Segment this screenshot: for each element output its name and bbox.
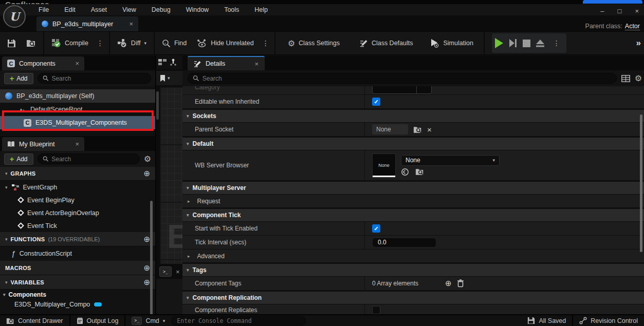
stop-icon[interactable] <box>523 40 530 47</box>
toolbar-overflow-icon[interactable]: » <box>636 38 641 48</box>
tab-my-blueprint[interactable]: My Blueprint × <box>2 137 84 151</box>
tags-section-header[interactable]: ▾ Tags <box>182 264 644 277</box>
strip-scrollbar[interactable] <box>156 91 159 120</box>
my-blueprint-search-input[interactable] <box>51 156 134 163</box>
menu-help[interactable]: Help <box>247 5 275 14</box>
components-search[interactable] <box>38 73 151 84</box>
event-graph-item[interactable]: ▾ EventGraph <box>0 181 155 194</box>
eject-icon[interactable] <box>536 39 545 48</box>
play-icon[interactable] <box>495 38 503 48</box>
add-function-icon[interactable]: ⊕ <box>143 235 150 244</box>
wb-asset-dropdown[interactable]: None ▾ <box>401 155 500 166</box>
menu-file[interactable]: File <box>31 5 57 14</box>
console-command-field[interactable] <box>171 316 306 325</box>
output-log-button[interactable]: Output Log <box>70 315 125 326</box>
chevron-right-icon[interactable]: ▸ <box>188 199 190 204</box>
clear-socket-icon[interactable]: × <box>427 125 432 134</box>
filter-gear-icon[interactable]: ⚙ <box>144 154 151 164</box>
browse-asset-button[interactable] <box>21 32 41 54</box>
add-variable-icon[interactable]: ⊕ <box>143 278 150 287</box>
my-blueprint-add-button[interactable]: + Add <box>4 154 33 165</box>
asset-tab-close-icon[interactable]: × <box>129 20 133 28</box>
compile-options-kebab-icon[interactable]: ⋮ <box>94 39 107 47</box>
tree-item-scene-root[interactable]: DefaultSceneRoot <box>0 103 155 116</box>
default-section-header[interactable]: ▾ Default <box>182 138 644 150</box>
browse-socket-icon[interactable] <box>413 126 422 133</box>
components-tab-close-icon[interactable]: × <box>75 60 79 67</box>
asset-tab[interactable]: BP_e3ds_multiplayer × <box>36 16 138 31</box>
my-blueprint-scrollbar[interactable] <box>150 201 153 316</box>
start-with-tick-checkbox[interactable]: ✓ <box>372 224 380 233</box>
macros-section-header[interactable]: MACROS ⊕ <box>0 261 155 275</box>
console-command-input[interactable] <box>177 317 305 324</box>
tick-interval-input[interactable]: 0.0 <box>372 238 436 247</box>
request-row[interactable]: ▸ Request <box>182 195 644 208</box>
close-icon[interactable]: × <box>176 268 180 276</box>
multiplayer-server-section-header[interactable]: ▾ Multiplayer Server <box>182 182 644 195</box>
construction-script-item[interactable]: ƒ ConstructionScript <box>0 246 155 261</box>
graph-grid[interactable]: E <box>160 87 182 264</box>
graphs-section-header[interactable]: ▾ GRAPHS ⊕ <box>0 167 155 181</box>
bookmarks-button[interactable]: ▾ <box>156 71 182 85</box>
variables-section-header[interactable]: ▾ VARIABLES ⊕ <box>0 275 155 290</box>
class-settings-button[interactable]: ⚙ Class Settings <box>283 32 345 54</box>
play-options-kebab-icon[interactable]: ⋮ <box>550 39 563 47</box>
browse-asset-icon[interactable] <box>415 168 424 176</box>
component-variable-item[interactable]: E3DS_Multiplayer_Compo <box>0 300 155 309</box>
content-drawer-button[interactable]: Content Drawer <box>0 315 69 326</box>
minimize-icon[interactable]: – <box>600 7 604 15</box>
details-scrollbar[interactable] <box>640 114 642 252</box>
event-tick-item[interactable]: Event Tick <box>0 219 155 232</box>
details-search[interactable] <box>188 73 617 84</box>
diff-button[interactable]: Diff ▾ <box>112 32 152 54</box>
tree-item-e3ds-component[interactable]: C E3DS_Multiplayer_Components <box>0 116 155 129</box>
menu-edit[interactable]: Edit <box>57 5 83 14</box>
add-tag-icon[interactable]: ⊕ <box>445 279 452 288</box>
compile-button[interactable]: Compile <box>46 32 94 54</box>
components-variable-group[interactable]: ▾ Components <box>0 290 155 300</box>
add-macro-icon[interactable]: ⊕ <box>143 263 150 273</box>
all-saved-button[interactable]: All Saved <box>521 315 572 326</box>
trash-icon[interactable] <box>457 279 464 287</box>
parent-class-link[interactable]: Actor <box>625 23 640 30</box>
node-graph-icon[interactable] <box>170 59 177 66</box>
component-replication-section-header[interactable]: ▾ Component Replication <box>182 292 644 304</box>
layout-squares-icon[interactable] <box>158 59 167 66</box>
component-tick-section-header[interactable]: ▾ Component Tick <box>182 209 644 222</box>
functions-section-header[interactable]: ▾ FUNCTIONS (19 OVERRIDABLE) ⊕ <box>0 232 155 246</box>
hide-unrelated-button[interactable]: Hide Unrelated <box>192 32 259 54</box>
menu-asset[interactable]: Asset <box>83 5 115 14</box>
menu-view[interactable]: View <box>115 5 144 14</box>
cmd-selector[interactable]: >_ Cmd ▾ <box>125 315 171 326</box>
component-replicates-checkbox[interactable] <box>372 306 380 314</box>
simulation-button[interactable]: Simulation <box>425 32 478 54</box>
use-selected-asset-icon[interactable] <box>401 168 409 176</box>
class-defaults-button[interactable]: Class Defaults <box>354 32 418 54</box>
my-blueprint-tab-close-icon[interactable]: × <box>75 140 79 148</box>
chevron-right-icon[interactable]: ▸ <box>188 254 190 259</box>
components-search-input[interactable] <box>51 75 146 82</box>
menu-tools[interactable]: Tools <box>216 5 247 14</box>
my-blueprint-search[interactable] <box>38 154 140 164</box>
tab-details[interactable]: Details × <box>188 56 265 70</box>
parent-socket-value-field[interactable]: None <box>372 124 408 135</box>
menu-debug[interactable]: Debug <box>144 5 178 14</box>
menu-window[interactable]: Window <box>178 5 216 14</box>
find-button[interactable]: + Find <box>157 32 192 54</box>
maximize-icon[interactable]: □ <box>618 7 622 15</box>
sockets-section-header[interactable]: ▾ Sockets <box>182 110 644 123</box>
event-actor-begin-overlap-item[interactable]: Event ActorBeginOverlap <box>0 206 155 219</box>
event-begin-play-item[interactable]: Event BeginPlay <box>0 194 155 206</box>
tree-item-self[interactable]: BP_e3ds_multiplayer (Self) <box>0 89 155 103</box>
bottom-panel-tab-fragment[interactable]: >_ × <box>156 264 182 279</box>
close-window-icon[interactable]: × <box>635 7 639 15</box>
advanced-row[interactable]: ▸ Advanced <box>182 250 644 263</box>
details-search-input[interactable] <box>203 75 612 82</box>
diff-chevron-down-icon[interactable]: ▾ <box>144 41 146 46</box>
revision-control-button[interactable]: Revision Control <box>573 315 644 326</box>
save-button[interactable] <box>0 32 21 54</box>
category-combo-partial[interactable] <box>372 86 432 94</box>
components-add-button[interactable]: + Add <box>4 73 33 84</box>
add-graph-icon[interactable]: ⊕ <box>143 169 150 178</box>
wb-asset-thumbnail[interactable]: None <box>372 154 396 178</box>
